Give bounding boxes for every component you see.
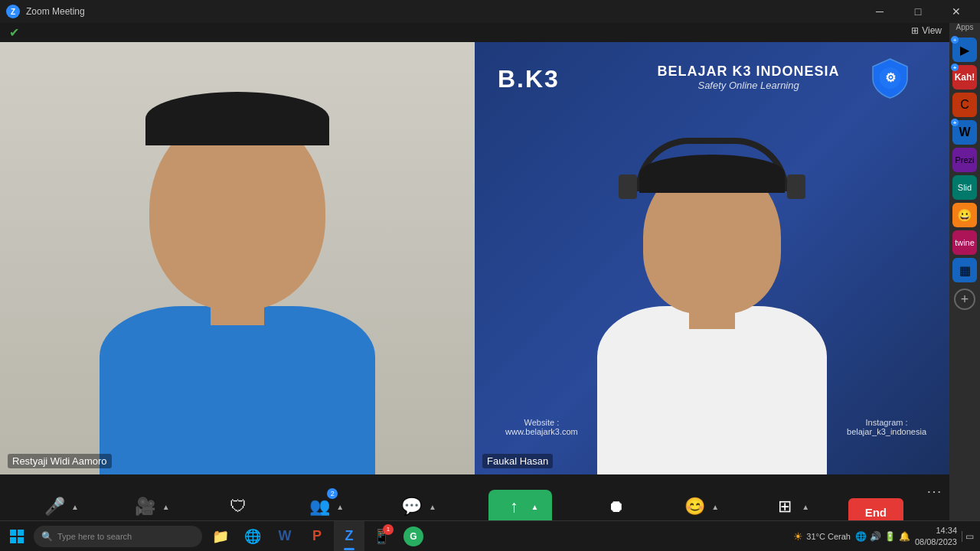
instagram-handle: belajar_k3_indonesia: [847, 427, 926, 436]
svg-rect-4: [10, 537, 16, 543]
brand-title-block: BELAJAR K3 INDONESIA Safety Online Learn…: [658, 64, 840, 91]
mute-chevron[interactable]: ▲: [70, 501, 80, 513]
sun-icon: ☀: [793, 530, 803, 543]
start-button[interactable]: [0, 521, 34, 552]
video-chevron[interactable]: ▲: [161, 501, 172, 513]
participant-name-right: Faukal Hasan: [482, 454, 553, 468]
zoom-logo-icon: Z: [6, 5, 20, 18]
participant-name-left: Restyaji Widi Aamoro: [8, 454, 112, 468]
weather-text: 31°C Cerah: [806, 532, 851, 541]
record-icon: ⏺: [603, 493, 630, 520]
taskbar-search-placeholder: Type here to search: [57, 532, 132, 541]
sys-icons-group: 🌐 🔊 🔋 🔔: [855, 531, 910, 542]
more-options-icon[interactable]: ⋯: [926, 482, 942, 500]
app-add-badge: +: [951, 119, 959, 126]
clock: 14:34 08/08/2023: [915, 525, 957, 547]
slido-app-icon[interactable]: Slid: [952, 175, 977, 200]
kahoot-app-icon[interactable]: + Kah!: [952, 65, 977, 90]
taskbar-app-word[interactable]: W: [270, 521, 300, 552]
chat-chevron[interactable]: ▲: [427, 501, 438, 513]
twine-app-icon[interactable]: twine: [952, 230, 977, 255]
show-desktop-icon[interactable]: ▭: [962, 531, 974, 542]
todo-app-icon[interactable]: ▦: [952, 258, 977, 282]
website-label: Website :: [505, 418, 578, 427]
weather-info: ☀ 31°C Cerah: [793, 530, 851, 543]
title-bar-left: Z Zoom Meeting: [6, 5, 85, 18]
system-tray: ☀ 31°C Cerah 🌐 🔊 🔋 🔔 14:34 08/08/2023 ▭: [787, 525, 980, 547]
svg-rect-5: [18, 537, 24, 543]
taskbar-search[interactable]: 🔍 Type here to search: [34, 526, 202, 547]
prezi-app-icon[interactable]: Prezi: [952, 148, 977, 172]
brand-main-title: BELAJAR K3 INDONESIA: [658, 64, 840, 80]
share-screen-chevron[interactable]: ▲: [530, 501, 541, 513]
participants-icon: 👥 2: [305, 493, 333, 520]
svg-rect-2: [10, 530, 16, 536]
taskbar-app-edge[interactable]: 🌐: [237, 521, 268, 552]
emoji-app-icon[interactable]: 😀: [952, 203, 977, 227]
bk3-logo: B.K3: [498, 65, 560, 93]
security-icon: 🛡: [224, 493, 252, 520]
video-grid: Restyaji Widi Aamoro B.K3 BELAJAR K3 IND…: [0, 42, 949, 474]
reactions-icon: 😊: [681, 493, 708, 520]
website-info: Website : www.belajark3.com: [505, 418, 578, 436]
connection-status-icon: ✔: [9, 25, 19, 40]
apps-sidebar-label: Apps: [956, 23, 974, 31]
brand-sub-title: Safety Online Learning: [658, 80, 840, 91]
taskbar-app-file-explorer[interactable]: 📁: [205, 521, 236, 552]
title-bar: Z Zoom Meeting ─ □ ✕: [0, 0, 980, 23]
taskbar-icons: 📁 🌐 W P Z 📱 1 G: [205, 521, 429, 552]
battery-icon: 🔋: [884, 531, 896, 542]
apps-toolbar-icon: ⊞: [771, 493, 799, 520]
video-panel-right: B.K3 BELAJAR K3 INDONESIA Safety Online …: [475, 42, 949, 474]
reactions-chevron[interactable]: ▲: [710, 501, 720, 513]
view-grid-icon: ⊞: [911, 25, 919, 36]
video-right-content: B.K3 BELAJAR K3 INDONESIA Safety Online …: [475, 42, 949, 474]
view-label: View: [922, 25, 942, 36]
maximize-button[interactable]: □: [900, 0, 936, 23]
network-icon: 🌐: [855, 531, 867, 542]
window-title: Zoom Meeting: [26, 6, 85, 17]
svg-rect-3: [18, 530, 24, 536]
taskbar-app-powerpoint[interactable]: P: [302, 521, 332, 552]
participant-count-badge: 2: [327, 488, 338, 499]
video-panel-left: Restyaji Widi Aamoro: [0, 42, 475, 474]
close-button[interactable]: ✕: [939, 0, 974, 23]
volume-icon: 🔊: [870, 531, 881, 542]
mute-icon: 🎤: [41, 493, 68, 520]
taskbar-app-custom[interactable]: G: [398, 521, 429, 552]
notification-icon: 🔔: [899, 531, 910, 542]
video-icon: 🎥: [132, 493, 159, 520]
taskbar-search-icon: 🔍: [41, 531, 53, 542]
app-add-badge: +: [951, 64, 959, 71]
time-display: 14:34: [915, 525, 957, 536]
window-controls: ─ □ ✕: [862, 0, 974, 23]
poll-app-icon[interactable]: + ▶: [952, 37, 977, 62]
taskbar-app-whatsapp[interactable]: 📱 1: [366, 521, 397, 552]
date-display: 08/08/2023: [915, 536, 957, 547]
windows-taskbar: 🔍 Type here to search 📁 🌐 W P Z 📱 1 G: [0, 520, 980, 551]
instagram-label: Instagram :: [847, 418, 926, 427]
word-app-icon[interactable]: + W: [952, 120, 977, 145]
svg-text:⚙: ⚙: [885, 71, 896, 84]
view-button[interactable]: ⊞ View: [911, 25, 942, 36]
website-url: www.belajark3.com: [505, 427, 578, 436]
apps-sidebar: Apps + ▶ + Kah! C + W Prezi Slid 😀 twine…: [949, 0, 980, 551]
sidebar-add-button[interactable]: +: [954, 289, 975, 310]
taskbar-app-zoom[interactable]: Z: [334, 521, 364, 552]
chat-icon: 💬: [398, 493, 426, 520]
instagram-info: Instagram : belajar_k3_indonesia: [847, 418, 926, 436]
minimize-button[interactable]: ─: [862, 0, 897, 23]
app-add-badge: +: [951, 36, 959, 44]
share-screen-icon: ↑: [501, 493, 528, 520]
clicker-app-icon[interactable]: C: [952, 93, 977, 117]
apps-chevron[interactable]: ▲: [800, 501, 811, 513]
shield-logo-icon: ⚙: [869, 57, 911, 99]
participants-chevron[interactable]: ▲: [335, 501, 345, 513]
